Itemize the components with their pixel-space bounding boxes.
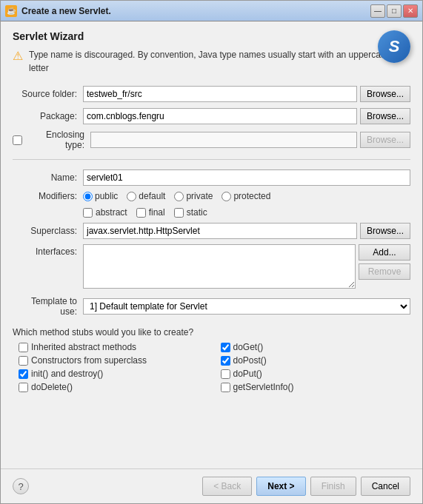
stub-doget-checkbox[interactable] [221,343,230,352]
name-input[interactable] [83,169,410,186]
back-button[interactable]: < Back [202,477,252,496]
stub-dopost-checkbox[interactable] [221,356,230,366]
modifiers-options: public default private protected [83,191,270,201]
superclass-label: Superclass: [13,226,83,236]
name-label: Name: [13,172,83,183]
template-row: Template to use: 1] Default template for… [13,296,410,317]
source-folder-row: Source folder: Browse... [13,85,410,103]
interfaces-row: Interfaces: Add... Remove [13,244,410,289]
name-row: Name: [13,169,410,187]
modifier-final-label[interactable]: final [136,207,165,218]
warning-icon: ⚠ [13,49,23,63]
stub-constructors[interactable]: Constructors from superclass [19,355,209,366]
window-icon: ☕ [5,5,17,17]
modifier-default-label[interactable]: default [127,191,165,201]
stub-inherited-checkbox[interactable] [19,343,28,352]
footer-right: < Back Next > Finish Cancel [202,477,410,496]
remove-interface-button[interactable]: Remove [359,263,410,280]
stub-doput[interactable]: doPut() [221,369,411,379]
enclosing-browse-button[interactable]: Browse... [360,132,410,148]
enclosing-type-row: Enclosing type: Browse... [13,130,410,150]
maximize-button[interactable]: □ [387,4,402,18]
modifier-public-radio[interactable] [83,192,93,201]
stub-doput-checkbox[interactable] [221,369,230,379]
stub-init-destroy[interactable]: init() and destroy() [19,369,209,379]
interfaces-label: Interfaces: [13,244,83,257]
help-button[interactable]: ? [13,478,29,494]
interfaces-input[interactable] [83,244,356,289]
stubs-grid: Inherited abstract methods doGet() Const… [19,342,410,392]
divider-1 [13,159,410,160]
add-interface-button[interactable]: Add... [359,244,410,261]
modifier-static-label[interactable]: static [174,207,207,218]
source-folder-input[interactable] [83,86,357,102]
main-window: ☕ Create a new Servlet. — □ ✕ Servlet Wi… [0,0,423,504]
modifier-abstract-checkbox[interactable] [83,208,93,218]
package-input[interactable] [83,108,357,124]
source-folder-label: Source folder: [13,89,83,99]
minimize-button[interactable]: — [370,4,385,18]
modifier-static-checkbox[interactable] [174,208,184,218]
stub-dodelete-checkbox[interactable] [19,383,28,392]
modifiers-row2: abstract final static [13,207,410,218]
template-label: Template to use: [13,296,83,317]
dialog-content: Servlet Wizard ⚠ Type name is discourage… [1,21,422,468]
enclosing-type-checkbox[interactable] [13,135,22,145]
window-controls: — □ ✕ [370,4,418,18]
header-area: Servlet Wizard ⚠ Type name is discourage… [13,30,410,85]
modifier-public-label[interactable]: public [83,191,118,201]
warning-text: Type name is discouraged. By convention,… [29,48,410,75]
template-select[interactable]: 1] Default template for Servlet [83,298,410,315]
stub-doget[interactable]: doGet() [221,342,411,352]
finish-button[interactable]: Finish [310,477,356,496]
dialog-footer: ? < Back Next > Finish Cancel [1,468,422,503]
interfaces-buttons: Add... Remove [359,244,410,280]
enclosing-type-input[interactable] [90,132,357,148]
form-area: Source folder: Browse... Package: Browse… [13,85,410,392]
modifier-protected-radio[interactable] [222,192,231,201]
logo: S [378,30,410,63]
stubs-title: Which method stubs would you like to cre… [13,327,410,337]
superclass-browse-button[interactable]: Browse... [360,223,410,239]
cancel-button[interactable]: Cancel [361,477,410,496]
title-bar: ☕ Create a new Servlet. — □ ✕ [1,1,422,21]
stubs-section: Which method stubs would you like to cre… [13,327,410,392]
modifier-final-checkbox[interactable] [136,208,146,218]
stub-constructors-checkbox[interactable] [19,356,28,366]
package-label: Package: [13,111,83,121]
stub-init-destroy-checkbox[interactable] [19,369,28,379]
modifier-protected-label[interactable]: protected [222,191,270,201]
window-title: Create a new Servlet. [21,6,370,16]
stub-getservletinfo[interactable]: getServletInfo() [221,382,411,392]
modifier-abstract-label[interactable]: abstract [83,207,127,218]
modifier-private-radio[interactable] [174,192,184,201]
stub-dodelete[interactable]: doDelete() [19,382,209,392]
stub-inherited-abstract-methods[interactable]: Inherited abstract methods [19,342,209,352]
modifier-default-radio[interactable] [127,192,136,201]
close-button[interactable]: ✕ [403,4,418,18]
modifiers-row: Modifiers: public default private [13,191,410,201]
dialog-title: Servlet Wizard [13,30,410,42]
stub-dopost[interactable]: doPost() [221,355,411,366]
footer-left: ? [13,478,29,494]
stub-getservletinfo-checkbox[interactable] [221,383,230,392]
package-browse-button[interactable]: Browse... [360,108,410,124]
modifiers-checkboxes: abstract final static [83,207,207,218]
warning-box: ⚠ Type name is discouraged. By conventio… [13,48,410,75]
modifier-private-label[interactable]: private [174,191,213,201]
source-folder-browse-button[interactable]: Browse... [360,86,410,102]
next-button[interactable]: Next > [256,477,305,496]
superclass-row: Superclass: Browse... [13,222,410,240]
modifiers-label: Modifiers: [13,191,83,201]
package-row: Package: Browse... [13,107,410,125]
enclosing-type-label: Enclosing type: [25,130,90,150]
superclass-input[interactable] [83,223,357,239]
